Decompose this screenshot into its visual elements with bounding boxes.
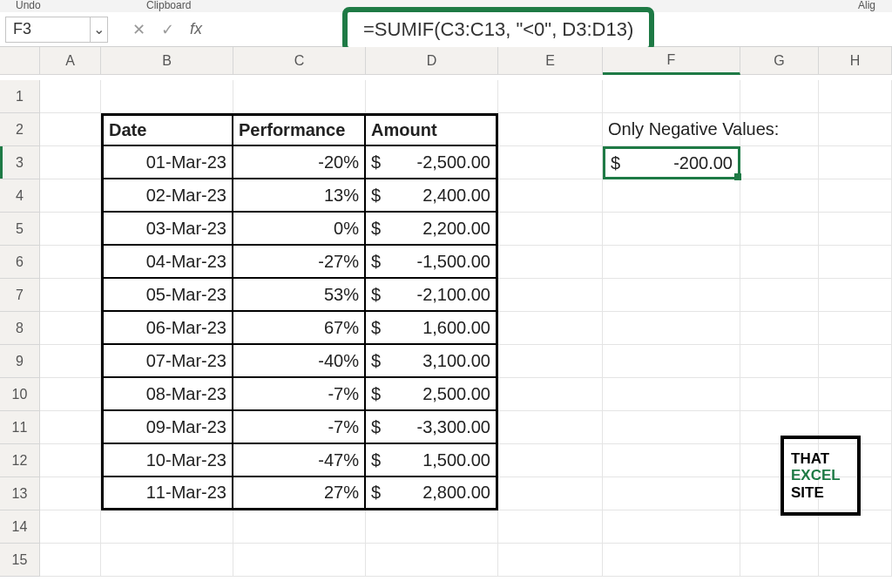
cell-perf-7[interactable]: -40% (233, 345, 366, 378)
cell-F11[interactable] (603, 411, 740, 444)
cell-G10[interactable] (740, 378, 819, 411)
cell-A13[interactable] (40, 477, 101, 510)
cell-perf-6[interactable]: 67% (233, 312, 366, 345)
col-header-F[interactable]: F (603, 47, 740, 75)
select-all-corner[interactable] (0, 47, 40, 75)
cell-D14[interactable] (366, 510, 498, 544)
name-box[interactable]: F3 (5, 17, 91, 43)
cell-F7[interactable] (603, 279, 740, 312)
cancel-formula-icon[interactable]: ✕ (132, 20, 145, 39)
cell-E10[interactable] (498, 378, 603, 411)
cell-E5[interactable] (498, 213, 603, 246)
cell-A3[interactable] (40, 146, 101, 179)
row-header-5[interactable]: 5 (0, 213, 40, 246)
cell-H7[interactable] (819, 279, 892, 312)
cell-C14[interactable] (233, 510, 366, 544)
worksheet-grid[interactable]: ABCDEFGH12DatePerformanceAmountOnly Nega… (0, 47, 892, 577)
cell-F4[interactable] (603, 179, 740, 213)
row-header-7[interactable]: 7 (0, 279, 40, 312)
cell-A12[interactable] (40, 444, 101, 477)
cell-H10[interactable] (819, 378, 892, 411)
cell-amount-9[interactable]: $-3,300.00 (366, 411, 498, 444)
cell-date-8[interactable]: 08-Mar-23 (101, 378, 233, 411)
cell-date-10[interactable]: 10-Mar-23 (101, 444, 233, 477)
cell-date-2[interactable]: 02-Mar-23 (101, 179, 233, 213)
cell-H15[interactable] (819, 544, 892, 577)
cell-G4[interactable] (740, 179, 819, 213)
cell-F6[interactable] (603, 246, 740, 279)
cell-F8[interactable] (603, 312, 740, 345)
cell-F15[interactable] (603, 544, 740, 577)
row-header-8[interactable]: 8 (0, 312, 40, 345)
cell-H8[interactable] (819, 312, 892, 345)
cell-perf-8[interactable]: -7% (233, 378, 366, 411)
cell-F5[interactable] (603, 213, 740, 246)
cell-perf-4[interactable]: -27% (233, 246, 366, 279)
row-header-13[interactable]: 13 (0, 477, 40, 510)
cell-A14[interactable] (40, 510, 101, 544)
cell-amount-6[interactable]: $1,600.00 (366, 312, 498, 345)
cell-perf-3[interactable]: 0% (233, 213, 366, 246)
col-header-A[interactable]: A (40, 47, 101, 75)
cell-E8[interactable] (498, 312, 603, 345)
cell-H6[interactable] (819, 246, 892, 279)
cell-H5[interactable] (819, 213, 892, 246)
cell-G3[interactable] (740, 146, 819, 179)
cell-F9[interactable] (603, 345, 740, 378)
cell-date-11[interactable]: 11-Mar-23 (101, 477, 233, 510)
cell-E4[interactable] (498, 179, 603, 213)
cell-F13[interactable] (603, 477, 740, 510)
cell-date-1[interactable]: 01-Mar-23 (101, 146, 233, 179)
cell-A7[interactable] (40, 279, 101, 312)
col-header-E[interactable]: E (498, 47, 603, 75)
cell-B1[interactable] (101, 80, 233, 113)
row-header-9[interactable]: 9 (0, 345, 40, 378)
cell-D15[interactable] (366, 544, 498, 577)
col-header-D[interactable]: D (366, 47, 498, 75)
formula-text[interactable]: =SUMIF(C3:C13, "<0", D3:D13) (363, 18, 633, 41)
cell-G8[interactable] (740, 312, 819, 345)
cell-perf-11[interactable]: 27% (233, 477, 366, 510)
cell-perf-1[interactable]: -20% (233, 146, 366, 179)
cell-E11[interactable] (498, 411, 603, 444)
cell-H4[interactable] (819, 179, 892, 213)
cell-A5[interactable] (40, 213, 101, 246)
cell-date-7[interactable]: 07-Mar-23 (101, 345, 233, 378)
cell-perf-10[interactable]: -47% (233, 444, 366, 477)
cell-E13[interactable] (498, 477, 603, 510)
cell-E12[interactable] (498, 444, 603, 477)
cell-A9[interactable] (40, 345, 101, 378)
cell-G9[interactable] (740, 345, 819, 378)
cell-A2[interactable] (40, 113, 101, 146)
row-header-15[interactable]: 15 (0, 544, 40, 577)
cell-date-4[interactable]: 04-Mar-23 (101, 246, 233, 279)
col-header-B[interactable]: B (101, 47, 233, 75)
cell-G7[interactable] (740, 279, 819, 312)
cell-date-9[interactable]: 09-Mar-23 (101, 411, 233, 444)
cell-perf-9[interactable]: -7% (233, 411, 366, 444)
col-header-C[interactable]: C (233, 47, 366, 75)
cell-date-3[interactable]: 03-Mar-23 (101, 213, 233, 246)
cell-B14[interactable] (101, 510, 233, 544)
cell-amount-2[interactable]: $2,400.00 (366, 179, 498, 213)
cell-amount-10[interactable]: $1,500.00 (366, 444, 498, 477)
cell-A15[interactable] (40, 544, 101, 577)
cell-A8[interactable] (40, 312, 101, 345)
cell-C1[interactable] (233, 80, 366, 113)
cell-date-5[interactable]: 05-Mar-23 (101, 279, 233, 312)
cell-D1[interactable] (366, 80, 498, 113)
cell-perf-2[interactable]: 13% (233, 179, 366, 213)
cell-H2[interactable] (819, 113, 892, 146)
cell-H3[interactable] (819, 146, 892, 179)
row-header-3[interactable]: 3 (0, 146, 40, 179)
cell-E15[interactable] (498, 544, 603, 577)
cell-amount-8[interactable]: $2,500.00 (366, 378, 498, 411)
cell-H1[interactable] (819, 80, 892, 113)
col-header-H[interactable]: H (819, 47, 892, 75)
cell-amount-7[interactable]: $3,100.00 (366, 345, 498, 378)
cell-F14[interactable] (603, 510, 740, 544)
fx-icon[interactable]: fx (190, 20, 202, 38)
cell-amount-3[interactable]: $2,200.00 (366, 213, 498, 246)
row-header-11[interactable]: 11 (0, 411, 40, 444)
cell-amount-11[interactable]: $2,800.00 (366, 477, 498, 510)
